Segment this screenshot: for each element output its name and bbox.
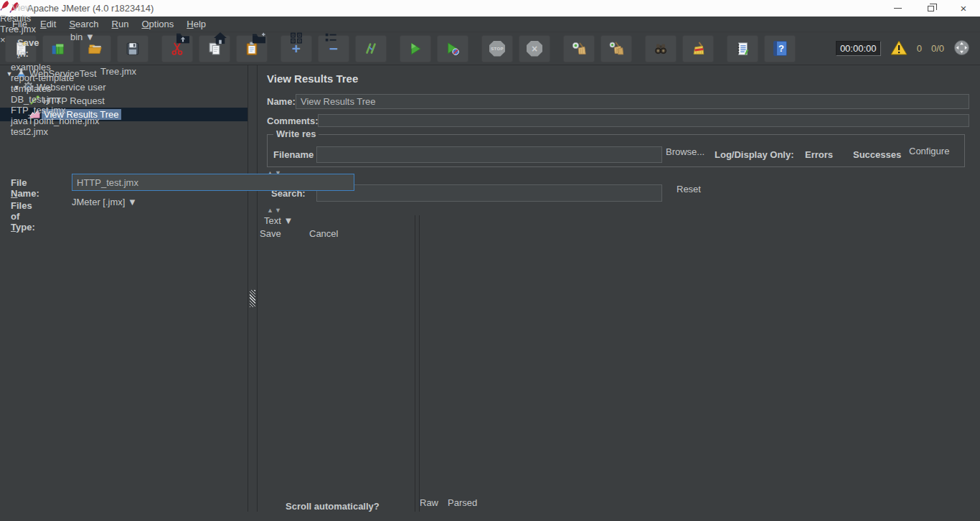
window-title: Apache JMeter (4.0 r1823414) [27,3,154,14]
tab-raw[interactable]: Raw [420,497,447,512]
toggle-icon [363,41,379,57]
menu-run[interactable]: Run [105,17,136,32]
file-row[interactable]: FTP_test.jmx [11,105,356,116]
jmeter-logo-icon [0,2,12,13]
search-reset-button[interactable] [682,35,714,62]
menubar: File Edit Search Run Options Help [0,17,980,32]
log-display-only-label: Log/Display Only: [715,149,794,160]
home-icon [213,36,227,47]
files-of-type-dropdown[interactable]: JMeter [.jmx] ▼ [72,197,354,215]
clear-all-button[interactable] [600,35,632,62]
menu-edit[interactable]: Edit [34,17,62,32]
new-folder-icon [251,36,267,47]
results-splitter-line[interactable] [415,215,415,512]
clear-broom-icon [571,41,587,57]
comments-input[interactable] [318,114,969,127]
errors-checkbox[interactable] [791,149,801,158]
grid-view-icon [289,36,303,47]
function-helper-icon [735,41,750,57]
search-button[interactable] [645,35,677,62]
play-icon [407,41,423,57]
help-book-icon: ? [773,41,787,56]
thread-counter: 0/0 [931,43,944,54]
restore-button[interactable] [914,0,947,17]
create-new-folder-button[interactable] [251,32,267,47]
splitter-grip[interactable] [250,290,255,307]
binoculars-icon [653,41,669,57]
save-in-label: Save In: [17,37,39,59]
file-row-folder[interactable]: examples [11,62,356,72]
save-in-dropdown[interactable]: bin ▼ [65,32,165,54]
close-button[interactable]: × [947,0,980,17]
scroll-automatically-checkbox[interactable] [271,501,281,510]
play-no-timers-icon [445,41,461,57]
log-error-count: 0 [917,43,922,54]
start-button[interactable] [400,35,431,62]
selected-filename-text: HTTP_test.jmx [77,177,138,188]
results-list-panel[interactable] [264,238,415,495]
clear-all-brooms-icon [608,41,624,57]
file-list[interactable]: examples report-template templates DB_te… [11,62,356,164]
file-row-folder[interactable]: report-template [11,72,356,83]
search-input[interactable] [316,184,662,202]
file-row[interactable]: javaTpoint_home.jmx [11,116,356,126]
warning-icon[interactable] [890,40,908,57]
stop-icon: STOP [489,41,505,57]
list-view-icon [324,36,338,47]
configure-button[interactable]: Configure [909,146,963,164]
remote-start-globe-icon[interactable] [953,39,970,58]
cancel-button[interactable]: Cancel [309,228,355,245]
home-button[interactable] [213,32,227,47]
function-helper-button[interactable] [727,35,758,62]
view-results-tree-panel: View Results Tree Name: View Results Tre… [258,65,980,512]
file-name-input[interactable]: HTTP_test.jmx [72,174,354,191]
shutdown-button[interactable]: × [519,35,550,62]
reset-button[interactable]: Reset [677,184,711,202]
name-input[interactable]: View Results Tree [296,94,969,109]
response-data-panel [420,230,974,497]
clear-button[interactable] [563,35,595,62]
tab-parsed[interactable]: Parsed [448,497,485,512]
stop-button[interactable]: STOP [481,35,513,62]
templates-icon [50,41,66,57]
start-no-timers-button[interactable] [437,35,468,62]
test-timer: 00:00:00 [836,41,881,56]
browse-button[interactable]: Browse... [666,146,709,163]
file-row[interactable]: DB_test.jmx [11,94,356,105]
file-name-label: File Name: [11,177,39,199]
grid-view-button[interactable] [289,32,303,47]
up-folder-icon [175,36,191,47]
help-button[interactable]: ? [764,35,796,62]
files-of-type-label: Files of Type: [11,200,35,233]
menu-help[interactable]: Help [180,17,212,32]
errors-label: Errors [805,149,833,160]
successes-label: Successes [853,149,901,160]
dialog-close-icon[interactable]: × [0,34,6,45]
filename-input[interactable] [316,146,662,163]
menu-options[interactable]: Options [135,17,180,32]
save-confirm-button[interactable]: Save [260,228,298,245]
up-one-level-button[interactable] [175,32,191,47]
file-row[interactable]: test2.jmx [11,126,356,137]
list-view-button[interactable] [324,32,338,47]
scroll-automatically-label: Scroll automatically? [286,501,380,512]
menu-search[interactable]: Search [62,17,105,32]
toggle-element-button[interactable] [355,35,387,62]
window-titlebar: Apache JMeter (4.0 r1823414) × [0,0,980,17]
file-row-folder[interactable]: templates [11,83,356,94]
shutdown-icon: × [527,41,542,57]
file-row[interactable]: Tree.jmx [100,66,136,77]
successes-checkbox[interactable] [839,149,849,158]
minimize-button[interactable] [881,0,914,17]
reset-broom-icon [690,41,706,57]
